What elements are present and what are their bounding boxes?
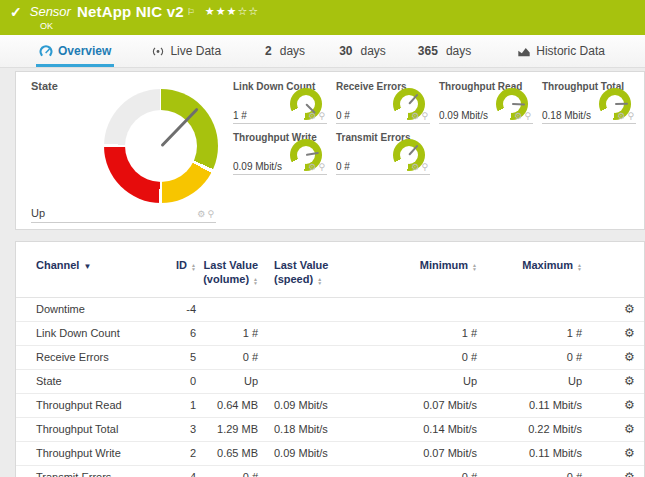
maximum-value: 1 # (477, 321, 582, 345)
channel-id: -4 (161, 297, 196, 321)
tab-historic-data[interactable]: Historic Data (508, 35, 614, 67)
gear-icon[interactable]: ⚙ (411, 162, 421, 172)
maximum-value (477, 297, 582, 321)
stars-filled: ★★★ (205, 5, 238, 17)
last-value-speed (258, 297, 369, 321)
gauge-tile-link-down-count: Link Down Count 1 # ⚙⚲ (232, 78, 335, 129)
channel-id: 2 (161, 441, 196, 465)
last-value-volume: 0.65 MB (196, 441, 258, 465)
tab-label: Live Data (170, 44, 221, 58)
channel-settings-icon[interactable]: ⚙ (624, 398, 635, 412)
gear-icon[interactable]: ⚙ (308, 162, 318, 172)
tab-overview[interactable]: Overview (30, 35, 120, 67)
table-row: Throughput Total 3 1.29 MB 0.18 Mbit/s 0… (16, 417, 644, 441)
sensor-title: NetApp NIC v2 (77, 3, 184, 20)
channel-settings-icon[interactable]: ⚙ (624, 302, 635, 316)
table-row: Transmit Errors 4 0 # 0 # 0 # ⚙ (16, 465, 644, 477)
column-header-channel[interactable]: Channel▼ (16, 250, 161, 297)
last-value-speed: 0.09 Mbit/s (258, 441, 369, 465)
column-header-minimum[interactable]: Minimum▲▼ (369, 250, 477, 297)
channel-settings-icon[interactable]: ⚙ (624, 422, 635, 436)
sort-icon: ▲▼ (577, 263, 582, 271)
column-header-last-value-speed[interactable]: Last Value (speed)▲▼ (258, 250, 369, 297)
channel-settings-icon[interactable]: ⚙ (624, 374, 635, 388)
table-row: Throughput Write 2 0.65 MB 0.09 Mbit/s 0… (16, 441, 644, 465)
channel-name: Throughput Read (16, 393, 161, 417)
gauge-needle (306, 152, 319, 156)
broadcast-icon (151, 45, 165, 58)
gauge-title: Throughput Write (233, 132, 331, 143)
mini-gauge-grid: Link Down Count 1 # ⚙⚲ Receive Errors 0 … (232, 78, 644, 229)
chart-icon (517, 45, 531, 58)
last-value-speed (258, 321, 369, 345)
column-header-last-value-volume[interactable]: Last Value (volume)▲▼ (196, 250, 258, 297)
pin-icon[interactable]: ⚲ (421, 111, 430, 121)
channel-name: Receive Errors (16, 345, 161, 369)
sort-icon: ▲▼ (317, 277, 322, 285)
tab-number: 2 (265, 44, 272, 58)
gauge-title: Receive Errors (336, 81, 434, 92)
pin-icon[interactable]: ⚲ (627, 111, 636, 121)
gauge-value: 0 # (336, 161, 350, 172)
flag-icon[interactable]: ⚐ (187, 7, 195, 17)
gauge-tile-throughput-write: Throughput Write 0.09 Mbit/s ⚙⚲ (232, 129, 335, 180)
channel-id: 5 (161, 345, 196, 369)
pin-icon[interactable]: ⚲ (421, 162, 430, 172)
sensor-status-badge: OK (40, 21, 635, 31)
channel-name: State (16, 369, 161, 393)
channel-name: Transmit Errors (16, 465, 161, 477)
gauge-icon (39, 44, 53, 58)
table-header-row: Channel▼ ID▲▼ Last Value (volume)▲▼ Last… (16, 250, 644, 297)
pin-icon[interactable]: ⚲ (524, 111, 533, 121)
column-header-actions (582, 250, 644, 297)
channel-settings-icon[interactable]: ⚙ (624, 470, 635, 477)
gear-icon[interactable]: ⚙ (411, 111, 421, 121)
gauge-value: 0.09 Mbit/s (233, 161, 282, 172)
minimum-value (369, 297, 477, 321)
last-value-volume: 0 # (196, 465, 258, 477)
tab-number: 30 (339, 44, 352, 58)
sort-icon: ▲▼ (191, 263, 196, 271)
sort-icon: ▲▼ (253, 277, 258, 285)
table-row: Receive Errors 5 0 # 0 # 0 # ⚙ (16, 345, 644, 369)
tab-365-days[interactable]: 365 days (409, 35, 480, 67)
channel-id: 6 (161, 321, 196, 345)
column-header-maximum[interactable]: Maximum▲▼ (477, 250, 582, 297)
channel-id: 1 (161, 393, 196, 417)
tab-live-data[interactable]: Live Data (142, 35, 230, 67)
tab-label: days (446, 44, 471, 58)
sensor-header: ✓ Sensor NetApp NIC v2 ⚐ ★★★☆☆ OK (0, 0, 645, 35)
maximum-value: 0.22 Mbit/s (477, 417, 582, 441)
channel-table-panel: Channel▼ ID▲▼ Last Value (volume)▲▼ Last… (15, 241, 645, 477)
maximum-value: 0.11 Mbit/s (477, 441, 582, 465)
tab-30-days[interactable]: 30 days (330, 35, 395, 67)
channel-name: Throughput Total (16, 417, 161, 441)
gauge-title: Throughput Read (439, 81, 537, 92)
column-header-id[interactable]: ID▲▼ (161, 250, 196, 297)
maximum-value: 0 # (477, 465, 582, 477)
gear-icon[interactable]: ⚙ (514, 111, 524, 121)
tab-2-days[interactable]: 2 days (256, 35, 314, 67)
pin-icon[interactable]: ⚲ (318, 162, 327, 172)
priority-stars[interactable]: ★★★☆☆ (205, 5, 259, 18)
last-value-speed (258, 465, 369, 477)
gauge-needle (408, 94, 418, 105)
gear-icon[interactable]: ⚙ (197, 209, 207, 219)
maximum-value: Up (477, 369, 582, 393)
channel-name: Link Down Count (16, 321, 161, 345)
channel-settings-icon[interactable]: ⚙ (624, 350, 635, 364)
tab-label: Overview (58, 44, 111, 58)
pin-icon[interactable]: ⚲ (318, 111, 327, 121)
gauge-value: 0 # (336, 110, 350, 121)
gauge-value: 0.18 Mbit/s (542, 110, 591, 121)
gauge-title: Link Down Count (233, 81, 331, 92)
minimum-value: 0.07 Mbit/s (369, 441, 477, 465)
gauge-needle (160, 108, 198, 147)
pin-icon[interactable]: ⚲ (207, 209, 216, 219)
channel-settings-icon[interactable]: ⚙ (624, 446, 635, 460)
gear-icon[interactable]: ⚙ (617, 111, 627, 121)
minimum-value: 0 # (369, 465, 477, 477)
channel-settings-icon[interactable]: ⚙ (624, 326, 635, 340)
object-kind-label: Sensor (30, 4, 71, 19)
last-value-volume: 0.64 MB (196, 393, 258, 417)
